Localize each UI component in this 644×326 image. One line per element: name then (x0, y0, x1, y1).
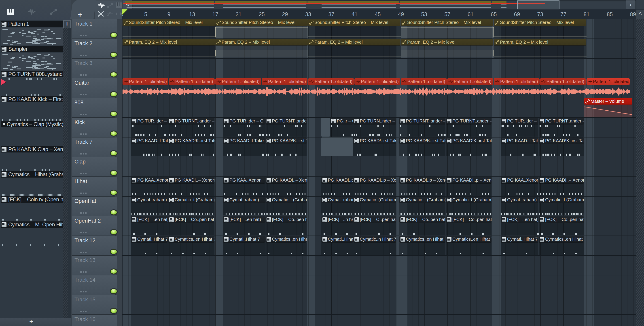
track-options-dots[interactable] (80, 271, 86, 273)
master-automation-clip[interactable]: Master – Volume (584, 98, 632, 105)
pattern-clip[interactable]: Cymatic..t (Graham) (168, 197, 214, 203)
track-options-dots[interactable] (80, 173, 86, 174)
pattern-clip[interactable]: PG KAA..Xenon (501, 177, 538, 183)
audio-clip[interactable]: Pattern 1..olidated) (262, 78, 308, 85)
audio-clip[interactable]: Pattern 1..olidated) (215, 78, 261, 85)
pattern-clip[interactable]: PG KAAD!..p – Xenon (446, 177, 492, 183)
pattern-clip[interactable]: [FCK] – Co..pen hat) (399, 216, 446, 223)
audio-clip[interactable]: Pattern 1..olidated) (308, 78, 354, 85)
pattern-clip-body[interactable] (131, 223, 168, 235)
piano-icon[interactable] (7, 9, 14, 15)
pattern-clip-body[interactable] (131, 242, 168, 255)
pattern-list-item[interactable]: PG KAAD!K Clap – Xenon (1, 146, 63, 152)
track-enable-led[interactable] (110, 171, 117, 176)
pattern-clip-body[interactable] (446, 242, 492, 255)
pattern-clip-body[interactable] (321, 242, 353, 255)
automation-clip[interactable]: Param. EQ 2 – Mix level (494, 39, 586, 46)
track-header[interactable]: Track 7 (72, 137, 117, 157)
picker-scrollbar[interactable] (63, 27, 68, 318)
pattern-list-item[interactable]: PG TURNT 808..ystander – C (1, 71, 63, 77)
scroll-up-button[interactable]: ^ (636, 10, 644, 19)
track-enable-led[interactable] (110, 52, 117, 57)
timeline-ruler[interactable]: 1591317212529333741454953576165697377818… (122, 10, 636, 19)
song-minimap[interactable] (132, 0, 636, 9)
pattern-clip[interactable]: [FCK] – Co..pen hat) (168, 216, 214, 223)
pattern-clip[interactable]: PG KAAD!..– Xenon (266, 177, 306, 183)
track-enable-led[interactable] (110, 151, 117, 156)
track-enable-led[interactable] (110, 269, 117, 274)
audio-clip[interactable]: Pattern 1..olidated) (354, 78, 400, 85)
track-enable-led[interactable] (110, 92, 117, 97)
automation-clip-body[interactable] (494, 46, 586, 58)
track-enable-led[interactable] (110, 72, 117, 77)
track-header[interactable]: OpenHat (72, 197, 117, 216)
automation-clip-body[interactable] (122, 46, 215, 58)
automation-clip-body[interactable] (122, 26, 215, 38)
pattern-clip-body[interactable] (223, 242, 265, 255)
track-options-dots[interactable] (80, 153, 86, 154)
audio-clip[interactable]: Pattern 1..olidated) (494, 78, 540, 85)
automation-clip[interactable]: Param. EQ 2 – Mix level (122, 39, 215, 46)
pattern-clip[interactable]: PG TURNT..ander – C (266, 118, 306, 124)
track-options-dots[interactable] (80, 212, 86, 214)
track-header[interactable]: Hihat (72, 177, 117, 196)
playhead-marker[interactable] (122, 10, 128, 15)
pattern-clip[interactable]: PG TURNT..ander – C (446, 118, 492, 124)
pattern-clip[interactable]: Cymatics..en Hihat 7 (446, 236, 492, 242)
pattern-clip-body[interactable] (501, 144, 538, 156)
track-header[interactable]: OpenHat 2 (72, 216, 117, 236)
pattern-clip[interactable]: [FCK] – C..pen hat) (353, 216, 396, 223)
track-header[interactable]: Track 15 (72, 295, 117, 314)
pattern-clip[interactable]: PG TURNT..ander – C (539, 118, 584, 124)
pattern-clip[interactable]: Cymat..raham) (501, 197, 538, 203)
track-options-dots[interactable] (80, 114, 86, 115)
add-pattern-button[interactable]: + (29, 318, 33, 325)
pattern-clip-body[interactable] (501, 242, 538, 255)
automation-clip[interactable]: Param. EQ 2 – Mix level (215, 39, 308, 46)
track-enable-led[interactable] (110, 230, 117, 235)
pattern-clip[interactable]: PG KAAD!..p – Xenon (321, 177, 353, 183)
track-header[interactable]: Track 16 (72, 315, 117, 326)
pattern-clip[interactable]: [FCK] –..en hat) (501, 216, 538, 223)
pattern-clip[interactable]: Cymat..raham) (321, 197, 353, 203)
pattern-clip[interactable]: PG KAAD!..– Xenon (539, 177, 584, 183)
pattern-clip[interactable]: Cymatic..t (Graham) (539, 197, 584, 203)
pattern-clip-body[interactable] (446, 183, 492, 196)
track-header[interactable]: Track 3 (72, 59, 117, 78)
pattern-clip-body[interactable] (539, 183, 584, 196)
pattern-clip[interactable]: PG KAAD..t Take (501, 137, 538, 144)
pattern-clip-body[interactable] (446, 223, 492, 235)
pattern-clip[interactable]: PG TURNT..ander – C (168, 118, 214, 124)
pattern-list-item[interactable]: [FCK] – Coin rv (Open hat) (1, 196, 63, 203)
pattern-list-item[interactable]: Cymatics – Clap (Mystic) (1, 121, 63, 127)
link-icon[interactable] (50, 9, 57, 15)
automation-clip-body[interactable] (494, 26, 586, 38)
track-header[interactable]: Kick (72, 118, 117, 137)
pattern-clip[interactable]: PG KAAD!K..irst Take (399, 137, 446, 144)
automation-clip[interactable]: SoundShifter Pitch Stereo – Mix level (308, 19, 400, 26)
pattern-clip[interactable]: PG KAAD!..p – Xenon (353, 177, 396, 183)
pattern-clip[interactable]: PG TURN..nder – C (353, 118, 396, 124)
pattern-clip-body[interactable] (353, 242, 396, 255)
pattern-clip-body[interactable] (168, 242, 214, 255)
pattern-clip[interactable]: PG KAA..Xenon (223, 177, 265, 183)
pattern-list[interactable]: Pattern 1SamplerPG TURNT 808..ystander –… (0, 20, 68, 318)
pattern-clip[interactable]: Cymatic..t (Graham) (266, 197, 306, 203)
pattern-clip-body[interactable] (399, 242, 446, 255)
automation-clip[interactable]: Param. EQ 2 – Mix level (401, 39, 493, 46)
pattern-list-item[interactable]: PG KAAD!K Kick – First Take (1, 96, 63, 102)
pattern-clip-body[interactable] (539, 223, 584, 235)
automation-clip-body[interactable] (215, 46, 308, 58)
pattern-clip-body[interactable] (399, 223, 446, 235)
pattern-clip-body[interactable] (321, 223, 353, 235)
track-enable-led[interactable] (110, 289, 117, 294)
track-options-dots[interactable] (80, 193, 86, 194)
pattern-clip-body[interactable] (399, 183, 446, 196)
pattern-clip[interactable]: Cymatic..t (Graham) (399, 197, 446, 203)
pattern-clip[interactable]: Cymati..Hihat 7 (501, 236, 538, 242)
track-options-dots[interactable] (80, 35, 86, 36)
pattern-clip[interactable]: [FCK] –..en hat) (131, 216, 168, 223)
track-options-dots[interactable] (80, 55, 86, 56)
pattern-clip-body[interactable] (330, 124, 353, 136)
track-options-dots[interactable] (80, 232, 86, 233)
